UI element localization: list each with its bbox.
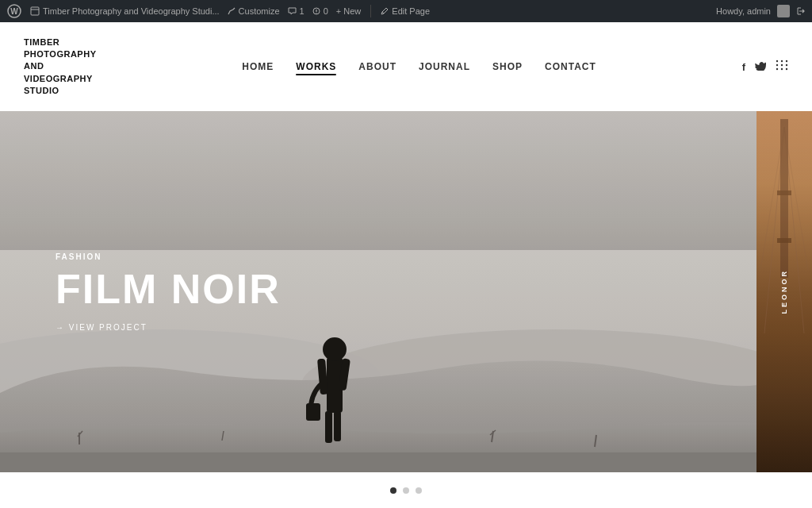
admin-customize[interactable]: Customize xyxy=(228,6,280,16)
admin-bar: W Timber Photography and Videography Stu… xyxy=(0,0,812,22)
admin-howdy: Howdy, admin xyxy=(716,6,771,16)
admin-edit-page[interactable]: Edit Page xyxy=(381,6,430,16)
admin-bar-divider xyxy=(370,5,371,17)
svg-rect-39 xyxy=(780,119,788,278)
nav-home[interactable]: HOME xyxy=(242,61,274,72)
admin-new[interactable]: + New xyxy=(336,6,362,16)
svg-point-8 xyxy=(776,60,778,62)
nav-journal[interactable]: JOURNAL xyxy=(419,61,470,72)
nav-works[interactable]: WORKS xyxy=(296,61,336,72)
svg-line-7 xyxy=(382,12,384,13)
nav-about[interactable]: ABOUT xyxy=(358,61,396,72)
svg-point-12 xyxy=(781,64,783,66)
svg-point-14 xyxy=(776,68,778,70)
svg-point-15 xyxy=(781,68,783,70)
svg-text:W: W xyxy=(10,7,18,16)
site-header: TIMBER PHOTOGRAPHY AND VIDEOGRAPHY STUDI… xyxy=(0,22,812,111)
admin-avatar xyxy=(777,5,790,17)
svg-point-16 xyxy=(786,68,787,70)
nav-contact[interactable]: CONTACT xyxy=(545,61,596,72)
admin-comments[interactable]: 1 xyxy=(288,6,304,16)
hero-main: FASHION FILM NOIR VIEW PROJECT xyxy=(0,111,757,472)
hero-section: FASHION FILM NOIR VIEW PROJECT xyxy=(0,111,812,472)
svg-rect-2 xyxy=(31,7,39,15)
svg-point-10 xyxy=(786,60,787,62)
hero-cta[interactable]: VIEW PROJECT xyxy=(56,323,281,332)
hero-category: FASHION xyxy=(56,252,281,260)
facebook-icon[interactable]: f xyxy=(742,61,745,73)
svg-point-6 xyxy=(316,13,316,13)
twitter-icon[interactable] xyxy=(755,60,766,73)
slide-dot-2[interactable] xyxy=(403,487,409,494)
slide-dot-1[interactable] xyxy=(390,487,396,494)
side-label: LEONOR xyxy=(780,269,788,314)
site-logo[interactable]: TIMBER PHOTOGRAPHY AND VIDEOGRAPHY STUDI… xyxy=(24,37,96,98)
slide-dot-3[interactable] xyxy=(416,487,422,494)
hero-text: FASHION FILM NOIR VIEW PROJECT xyxy=(56,252,281,332)
svg-rect-40 xyxy=(777,190,791,195)
admin-logout[interactable] xyxy=(796,6,806,16)
nav-shop[interactable]: SHOP xyxy=(492,61,523,72)
site-nav: HOME WORKS ABOUT JOURNAL SHOP CONTACT xyxy=(242,61,596,72)
social-icons: f xyxy=(742,60,788,74)
wp-logo-icon[interactable]: W xyxy=(6,3,22,19)
admin-spam[interactable]: 0 xyxy=(312,6,328,16)
svg-rect-41 xyxy=(777,238,791,243)
svg-point-13 xyxy=(786,64,787,66)
svg-point-9 xyxy=(781,60,783,62)
admin-site-name[interactable]: Timber Photography and Videography Studi… xyxy=(30,6,220,16)
grid-icon[interactable] xyxy=(776,60,788,74)
hero-side-panel[interactable]: LEONOR xyxy=(756,111,812,472)
hero-title: FILM NOIR xyxy=(56,267,281,310)
slide-dots xyxy=(0,472,812,508)
svg-point-11 xyxy=(776,64,778,66)
